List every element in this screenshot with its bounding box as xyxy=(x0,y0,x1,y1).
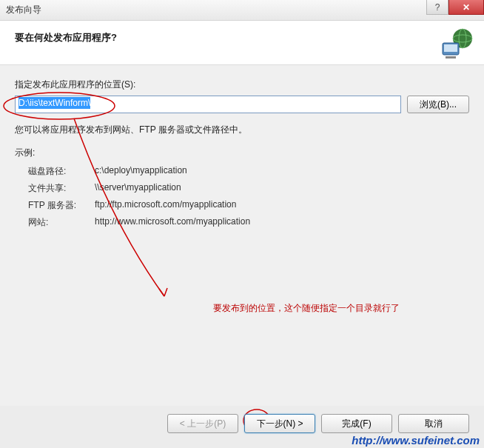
annotation-text: 要发布到的位置，这个随便指定一个目录就行了 xyxy=(213,302,400,315)
window-title: 发布向导 xyxy=(6,4,41,16)
example-row: 磁盘路径: c:\deploy\myapplication xyxy=(15,165,469,178)
window-controls: ? ✕ xyxy=(426,0,484,20)
example-val: ftp://ftp.microsoft.com/myapplication xyxy=(95,199,236,212)
next-button[interactable]: 下一步(N) > xyxy=(244,414,315,433)
help-button[interactable]: ? xyxy=(426,0,448,15)
example-val: c:\deploy\myapplication xyxy=(95,165,187,178)
example-val: http://www.microsoft.com/myapplication xyxy=(95,216,250,229)
example-key: 磁盘路径: xyxy=(28,165,95,178)
back-button[interactable]: < 上一步(P) xyxy=(167,414,238,433)
example-row: 网站: http://www.microsoft.com/myapplicati… xyxy=(15,216,469,229)
example-row: 文件共享: \\server\myapplication xyxy=(15,182,469,195)
svg-rect-4 xyxy=(444,44,457,52)
path-row: D:\iis\textWinform\ 浏览(B)... xyxy=(15,96,469,113)
wizard-footer: < 上一步(P) 下一步(N) > 完成(F) 取消 xyxy=(167,414,469,433)
example-row: FTP 服务器: ftp://ftp.microsoft.com/myappli… xyxy=(15,199,469,212)
finish-button[interactable]: 完成(F) xyxy=(321,414,392,433)
location-input[interactable]: D:\iis\textWinform\ xyxy=(15,96,401,113)
close-button[interactable]: ✕ xyxy=(448,0,484,15)
example-key: 网站: xyxy=(28,216,95,229)
page-title: 要在何处发布应用程序? xyxy=(15,31,469,44)
location-label: 指定发布此应用程序的位置(S): xyxy=(15,78,469,91)
publish-icon xyxy=(438,27,474,61)
browse-button[interactable]: 浏览(B)... xyxy=(407,96,469,113)
svg-rect-5 xyxy=(446,56,456,58)
watermark: http://www.sufeinet.com xyxy=(352,434,480,447)
hint-text: 您可以将应用程序发布到网站、FTP 服务器或文件路径中。 xyxy=(15,124,469,136)
cancel-button[interactable]: 取消 xyxy=(398,414,469,433)
example-key: 文件共享: xyxy=(28,182,95,195)
example-val: \\server\myapplication xyxy=(95,182,181,195)
wizard-content: 指定发布此应用程序的位置(S): D:\iis\textWinform\ 浏览(… xyxy=(0,65,484,406)
location-value: D:\iis\textWinform\ xyxy=(19,97,90,109)
close-icon: ✕ xyxy=(463,2,470,13)
titlebar: 发布向导 ? ✕ xyxy=(0,0,484,21)
example-key: FTP 服务器: xyxy=(28,199,95,212)
wizard-header: 要在何处发布应用程序? xyxy=(0,21,484,65)
example-label: 示例: xyxy=(15,147,469,159)
